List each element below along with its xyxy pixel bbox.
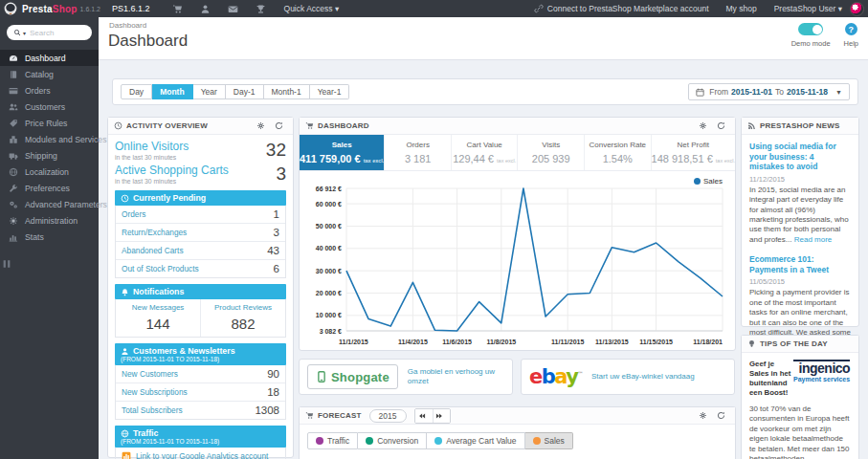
- active-carts-metric[interactable]: Active Shopping Cartsin the last 30 minu…: [115, 164, 286, 185]
- globe-icon: [9, 167, 18, 177]
- forecast-prev-button[interactable]: [415, 409, 433, 423]
- search-input[interactable]: ▾ Search: [7, 25, 92, 40]
- chart-legend-sales[interactable]: Sales: [694, 177, 723, 186]
- read-more-link[interactable]: Read more: [794, 235, 833, 244]
- gears-icon: [9, 200, 18, 209]
- legend-dot-icon: [434, 437, 442, 445]
- panel-settings-icon[interactable]: [699, 411, 707, 420]
- google-analytics-link[interactable]: Link to your Google Analytics account: [115, 448, 286, 459]
- legend-dot-icon: [533, 437, 541, 445]
- sidebar-item-shipping[interactable]: Shipping: [0, 147, 99, 164]
- quick-access-menu[interactable]: Quick Access ▾: [284, 4, 340, 13]
- forecast-legend-conversion[interactable]: Conversion: [358, 432, 427, 449]
- brand-wordmark: PrestaShop: [22, 4, 78, 14]
- clock-icon: [121, 194, 129, 203]
- date-range-button[interactable]: From2015-11-01 To2015-11-18 ▼: [688, 83, 850, 100]
- filter-day-1-button[interactable]: Day-1: [226, 84, 264, 99]
- filter-month-button[interactable]: Month: [152, 84, 193, 99]
- user-menu[interactable]: PrestaShop User ▾: [774, 4, 842, 13]
- sidebar-item-stats[interactable]: Stats: [0, 229, 99, 245]
- sidebar-item-advanced-parameters[interactable]: Advanced Parameters: [0, 196, 99, 212]
- kpi-orders-tab[interactable]: Orders3 181: [385, 135, 452, 170]
- panel-settings-icon[interactable]: [699, 121, 707, 130]
- sidebar-item-administration[interactable]: Administration: [0, 212, 99, 229]
- sidebar-item-customers[interactable]: Customers: [0, 98, 99, 115]
- sidebar-item-modules[interactable]: Modules and Services: [0, 131, 99, 147]
- sidebar-item-localization[interactable]: Localization: [0, 164, 99, 180]
- gauge-icon: [9, 54, 18, 63]
- sidebar: ▾ Search Dashboard Catalog Orders Custom…: [0, 17, 99, 459]
- help-button[interactable]: ? Help: [844, 23, 858, 48]
- panel-settings-icon[interactable]: [256, 121, 265, 130]
- customers-newsletters-header: Customers & Newsletters (FROM 2015-11-01…: [115, 343, 286, 365]
- forecast-legend-sales[interactable]: Sales: [525, 432, 573, 449]
- breadcrumb[interactable]: Dashboard: [109, 21, 146, 30]
- ingenico-logo[interactable]: ingenico Payment services: [793, 360, 850, 399]
- link-icon: [534, 4, 544, 13]
- ebay-banner[interactable]: ebay™ Start uw eBay-winkel vandaag: [521, 359, 735, 395]
- marketplace-link[interactable]: Connect to PrestaShop Marketplace accoun…: [534, 4, 709, 13]
- sidebar-item-orders[interactable]: Orders: [0, 82, 99, 98]
- kpi-sales-tab[interactable]: Sales411 759,00 € tax excl.: [300, 135, 385, 170]
- tip-headline: Geef je Sales in het buitenland een Boos…: [749, 360, 791, 399]
- news-article-title[interactable]: Using social media for your business: 4 …: [749, 142, 851, 172]
- new-messages-cell[interactable]: New Messages144: [116, 299, 200, 337]
- globe-icon: [121, 429, 129, 438]
- messages-icon[interactable]: [228, 4, 238, 14]
- sidebar-item-dashboard[interactable]: Dashboard: [0, 50, 99, 66]
- forecast-legend-traffic[interactable]: Traffic: [307, 432, 358, 449]
- abandoned-carts-row[interactable]: Abandoned Carts43: [116, 242, 285, 260]
- online-visitors-metric[interactable]: Online Visitorsin the last 30 minutes 32: [115, 141, 286, 161]
- cart-icon: [305, 121, 314, 130]
- product-reviews-cell[interactable]: Product Reviews882: [200, 299, 285, 337]
- kpi-cart-value-tab[interactable]: Cart Value129,44 € tax excl.: [452, 135, 519, 170]
- trophy-icon[interactable]: [256, 4, 266, 14]
- out-of-stock-row[interactable]: Out of Stock Products6: [116, 260, 285, 277]
- svg-text:11/18/201: 11/18/201: [693, 339, 723, 345]
- panel-title: PRESTASHOP NEWS: [760, 121, 840, 130]
- avatar[interactable]: [850, 2, 864, 16]
- pending-returns-row[interactable]: Return/Exchanges3: [116, 224, 285, 242]
- shopgate-banner[interactable]: Shopgate Ga mobiel en verhoog uw omzet: [299, 359, 513, 395]
- new-customers-row[interactable]: New Customers90: [116, 365, 285, 383]
- panel-refresh-icon[interactable]: [717, 411, 725, 420]
- filter-year-1-button[interactable]: Year-1: [310, 84, 350, 99]
- shop-version-link[interactable]: PS1.6.1.2: [112, 4, 150, 13]
- sidebar-item-preferences[interactable]: Preferences: [0, 180, 99, 196]
- kpi-conversion-rate-tab[interactable]: Conversion Rate1.54%: [585, 135, 652, 170]
- page-title: Dashboard: [108, 32, 188, 51]
- forecast-year-pill[interactable]: 2015: [369, 409, 407, 423]
- pending-orders-row[interactable]: Orders1: [116, 206, 285, 224]
- cart-icon[interactable]: [172, 4, 183, 14]
- page-header: Dashboard Dashboard Demo mode ? Help: [99, 17, 868, 60]
- phone-icon: [316, 370, 327, 383]
- truck-icon: [9, 151, 18, 161]
- notifications-header: Notifications: [115, 284, 286, 299]
- news-article-title[interactable]: Ecommerce 101: Payments in a Tweet: [749, 254, 851, 274]
- search-placeholder: Search: [30, 29, 54, 37]
- filter-year-button[interactable]: Year: [193, 84, 226, 99]
- legend-dot-icon: [366, 437, 373, 445]
- forecast-next-button[interactable]: [433, 409, 450, 423]
- panel-refresh-icon[interactable]: [275, 121, 283, 130]
- filter-day-button[interactable]: Day: [121, 84, 152, 99]
- ebay-link[interactable]: Start uw eBay-winkel vandaag: [591, 372, 695, 382]
- sidebar-item-price-rules[interactable]: Price Rules: [0, 115, 99, 131]
- new-subscriptions-row[interactable]: New Subscriptions18: [116, 383, 285, 402]
- customer-icon[interactable]: [200, 4, 211, 14]
- search-scope-caret-icon[interactable]: ▾: [23, 30, 26, 36]
- total-subscribers-row[interactable]: Total Subscribers1308: [116, 402, 285, 419]
- demo-mode-toggle[interactable]: Demo mode: [791, 23, 831, 48]
- my-shop-link[interactable]: My shop: [726, 4, 757, 13]
- panel-refresh-icon[interactable]: [717, 121, 725, 130]
- lightbulb-icon: [747, 339, 756, 348]
- puzzle-icon: [9, 135, 18, 144]
- kpi-visits-tab[interactable]: Visits205 939: [518, 135, 585, 170]
- filter-month-1-button[interactable]: Month-1: [264, 84, 310, 99]
- shopgate-link[interactable]: Ga mobiel en verhoog uw omzet: [408, 367, 504, 387]
- shopgate-logo: Shopgate: [307, 364, 398, 389]
- forecast-legend-average-cart-value[interactable]: Average Cart Value: [427, 432, 524, 449]
- kpi-net-profit-tab[interactable]: Net Profit148 918,51 € tax excl.: [652, 135, 735, 170]
- sidebar-collapse-icon[interactable]: [0, 258, 13, 270]
- sidebar-item-catalog[interactable]: Catalog: [0, 66, 99, 82]
